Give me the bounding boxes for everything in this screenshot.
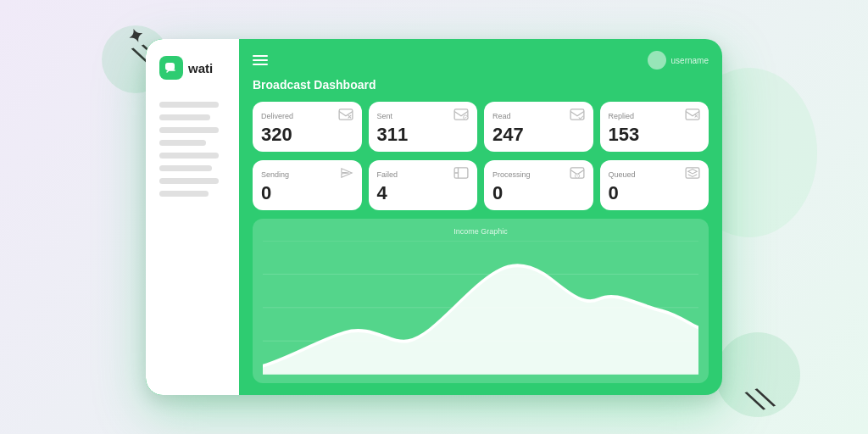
stat-header-sending: Sending (261, 167, 353, 181)
stat-label-queued: Queued (609, 170, 636, 179)
stat-header-read: Read (492, 108, 585, 123)
user-badge: username (648, 51, 709, 70)
stat-card-queued: Queued 0 (600, 160, 709, 210)
sidebar-line-3[interactable] (159, 127, 219, 133)
stat-value-delivered: 320 (261, 125, 353, 145)
stats-row-2: Sending 0 Failed 4 Processing 0 Queued 0 (253, 160, 709, 210)
stat-header-replied: Replied (609, 108, 701, 123)
sidebar-nav-placeholder (159, 102, 225, 197)
svg-rect-0 (165, 63, 175, 70)
stats-row-1: Delivered 320 Sent 311 Read 247 Replied … (253, 102, 709, 152)
stat-label-failed: Failed (377, 170, 398, 179)
sidebar: wati (146, 39, 239, 395)
stat-value-sent: 311 (377, 125, 470, 145)
top-bar: username (253, 51, 709, 70)
logo-text: wati (188, 61, 213, 75)
sidebar-line-5[interactable] (159, 153, 219, 159)
sidebar-line-1[interactable] (159, 102, 219, 108)
stat-label-processing: Processing (492, 170, 531, 179)
stat-icon-failed (453, 167, 469, 181)
stat-card-processing: Processing 0 (484, 160, 593, 210)
chart-container (263, 241, 698, 375)
stat-value-processing: 0 (492, 183, 585, 203)
sidebar-line-2[interactable] (159, 114, 210, 120)
stat-header-queued: Queued (609, 167, 701, 181)
stat-icon-sent (453, 108, 469, 123)
sidebar-line-7[interactable] (159, 178, 219, 184)
stat-label-sending: Sending (261, 170, 289, 179)
stat-icon-processing (570, 167, 585, 181)
stat-icon-delivered (338, 108, 353, 123)
logo-area: wati (159, 56, 225, 80)
stat-value-read: 247 (492, 125, 585, 145)
stat-label-sent: Sent (377, 112, 393, 120)
chart-title: Income Graphic (263, 227, 698, 236)
stat-header-failed: Failed (377, 167, 470, 181)
sidebar-line-8[interactable] (159, 191, 209, 197)
income-chart (263, 241, 698, 375)
svg-rect-4 (570, 109, 584, 120)
stat-card-replied: Replied 153 (600, 102, 709, 152)
stat-header-sent: Sent (377, 108, 470, 123)
stat-icon-queued (685, 167, 700, 181)
stat-label-replied: Replied (609, 112, 635, 120)
page-title: Broadcast Dashboard (253, 78, 709, 92)
stat-header-processing: Processing (492, 167, 585, 181)
stat-label-delivered: Delivered (261, 112, 293, 120)
sidebar-line-6[interactable] (159, 165, 212, 171)
app-window: wati username Broadcast Dashboard (146, 39, 722, 395)
stat-icon-read (570, 108, 585, 123)
chart-card: Income Graphic (253, 219, 709, 383)
logo-icon (159, 56, 183, 80)
stat-value-replied: 153 (609, 125, 701, 145)
hamburger-menu[interactable] (253, 55, 268, 65)
stat-card-sent: Sent 311 (369, 102, 478, 152)
stat-card-read: Read 247 (484, 102, 593, 152)
stat-icon-replied (685, 108, 700, 123)
stat-value-failed: 4 (377, 183, 470, 203)
sidebar-line-4[interactable] (159, 140, 206, 146)
stat-card-delivered: Delivered 320 (253, 102, 362, 152)
user-name: username (671, 56, 709, 65)
main-content: username Broadcast Dashboard Delivered 3… (239, 39, 722, 395)
stat-label-read: Read (492, 112, 511, 120)
stat-icon-sending (340, 167, 353, 181)
stat-card-failed: Failed 4 (369, 160, 478, 210)
stat-value-queued: 0 (609, 183, 701, 203)
stat-card-sending: Sending 0 (253, 160, 362, 210)
stat-header-delivered: Delivered (261, 108, 353, 123)
avatar (648, 51, 666, 70)
stat-value-sending: 0 (261, 183, 353, 203)
